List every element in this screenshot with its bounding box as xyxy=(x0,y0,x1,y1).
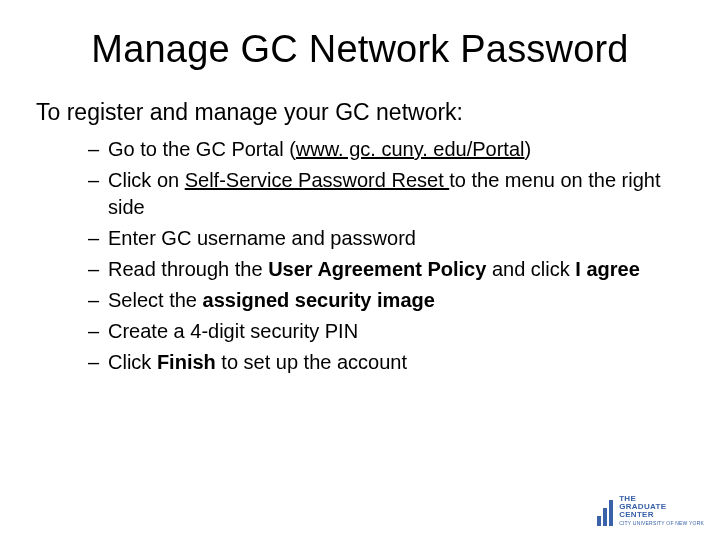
text: Go to the GC Portal ( xyxy=(108,138,296,160)
text: Enter GC username and password xyxy=(108,227,416,249)
bold-text: Finish xyxy=(157,351,221,373)
logo-text: THE GRADUATE CENTER CITY UNIVERSITY OF N… xyxy=(619,495,704,526)
list-item: Read through the User Agreement Policy a… xyxy=(88,256,684,283)
text: Select the xyxy=(108,289,203,311)
bold-text: I agree xyxy=(575,258,639,280)
list-item: Go to the GC Portal (www. gc. cuny. edu/… xyxy=(88,136,684,163)
text: Click on xyxy=(108,169,185,191)
list-item: Create a 4-digit security PIN xyxy=(88,318,684,345)
text: Create a 4-digit security PIN xyxy=(108,320,358,342)
portal-link[interactable]: www. gc. cuny. edu/Portal xyxy=(296,138,525,160)
intro-text: To register and manage your GC network: xyxy=(36,99,684,126)
text: Read through the xyxy=(108,258,268,280)
text: ) xyxy=(524,138,531,160)
bold-text: User Agreement Policy xyxy=(268,258,492,280)
bullet-list: Go to the GC Portal (www. gc. cuny. edu/… xyxy=(36,136,684,376)
slide-title: Manage GC Network Password xyxy=(36,28,684,71)
list-item: Click Finish to set up the account xyxy=(88,349,684,376)
list-item: Click on Self-Service Password Reset to … xyxy=(88,167,684,221)
text: and click xyxy=(492,258,575,280)
sspr-link[interactable]: Self-Service Password Reset xyxy=(185,169,450,191)
logo-line: CENTER xyxy=(619,511,704,519)
slide: Manage GC Network Password To register a… xyxy=(0,0,720,540)
logo-bars-icon xyxy=(597,500,613,526)
text: Click xyxy=(108,351,157,373)
list-item: Select the assigned security image xyxy=(88,287,684,314)
text: to set up the account xyxy=(221,351,407,373)
logo-subline: CITY UNIVERSITY OF NEW YORK xyxy=(619,521,704,526)
bold-text: assigned security image xyxy=(203,289,435,311)
graduate-center-logo: THE GRADUATE CENTER CITY UNIVERSITY OF N… xyxy=(597,495,704,526)
list-item: Enter GC username and password xyxy=(88,225,684,252)
